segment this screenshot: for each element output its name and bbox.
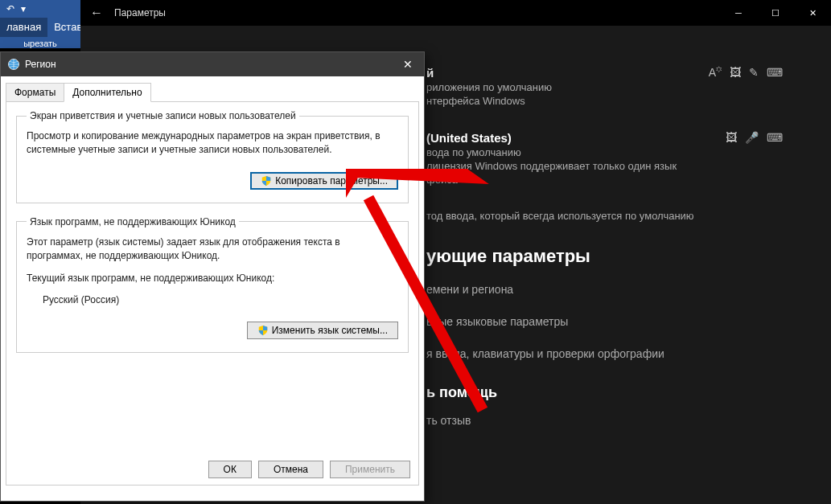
close-button[interactable]: ✕ [794, 0, 831, 26]
related-heading: ующие параметры [426, 246, 831, 267]
lang2-line3: фейса [426, 174, 677, 186]
change-system-locale-button[interactable]: Изменить язык системы... [247, 322, 398, 339]
word-qat: ↶ ▾ [0, 0, 80, 18]
globe-icon [7, 58, 20, 71]
feedback-link[interactable]: ть отзыв [426, 414, 831, 427]
speech-icon: 🖾 [726, 131, 737, 144]
non-unicode-legend: Язык программ, не поддерживающих Юникод [27, 216, 239, 227]
copy-settings-button[interactable]: Копировать параметры... [250, 172, 398, 190]
handwriting-icon: ✎ [749, 66, 759, 80]
lang1-line1: риложения по умолчанию [426, 81, 552, 93]
region-dialog: Регион ✕ Форматы Дополнительно Экран при… [0, 51, 425, 502]
tab-formats[interactable]: Форматы [6, 83, 64, 102]
welcome-screen-text: Просмотр и копирование международных пар… [27, 129, 398, 158]
text-to-speech-icon: A꙳ [709, 66, 722, 80]
keyboard-icon: ⌨ [767, 131, 783, 144]
uac-shield-icon [261, 175, 272, 186]
region-close-button[interactable]: ✕ [398, 56, 418, 72]
non-unicode-group: Язык программ, не поддерживающих Юникод … [16, 216, 409, 354]
ok-button[interactable]: ОК [208, 461, 252, 478]
welcome-screen-legend: Экран приветствия и учетные записи новых… [27, 110, 299, 121]
related-link-admin-lang[interactable]: вные языковые параметры [426, 315, 831, 328]
settings-titlebar: ← Параметры ─ ☐ ✕ [80, 0, 831, 26]
word-tab-home[interactable]: лавная [0, 18, 47, 37]
speech-icon: 🖾 [730, 66, 741, 80]
word-group-clipboard: ырезать [0, 37, 80, 50]
lang1-line2: нтерфейса Windows [426, 95, 552, 107]
related-link-datetime[interactable]: емени и региона [426, 283, 831, 296]
region-titlebar: Регион ✕ [1, 52, 424, 76]
change-system-locale-label: Изменить язык системы... [272, 325, 388, 336]
lang2-line2: лицензия Windows поддерживает только оди… [426, 160, 677, 172]
region-title-text: Регион [25, 59, 56, 70]
cancel-button[interactable]: Отмена [258, 461, 323, 478]
current-lang-value: Русский (Россия) [27, 293, 398, 307]
current-lang-label: Текущий язык программ, не поддерживающих… [27, 272, 398, 285]
minimize-button[interactable]: ─ [720, 0, 757, 26]
help-heading: ь помощь [426, 384, 831, 401]
language-item-1[interactable]: й риложения по умолчанию нтерфейса Windo… [426, 66, 831, 107]
keyboard-icon: ⌨ [767, 66, 783, 80]
uac-shield-icon [257, 325, 269, 336]
back-icon[interactable]: ← [90, 6, 103, 20]
language-item-2[interactable]: (United States) вода по умолчанию лиценз… [426, 131, 831, 186]
welcome-screen-group: Экран приветствия и учетные записи новых… [16, 110, 409, 203]
qat-dropdown-icon[interactable]: ▾ [21, 3, 26, 14]
copy-settings-label: Копировать параметры... [275, 175, 388, 186]
undo-icon[interactable]: ↶ [6, 3, 14, 14]
mic-icon: 🎤 [745, 131, 759, 144]
related-link-input-spell[interactable]: я ввода, клавиатуры и проверки орфографи… [426, 347, 831, 360]
tab-advanced[interactable]: Дополнительно [64, 83, 150, 102]
word-ribbon-fragment: ↶ ▾ лавная Встав ырезать [0, 0, 80, 48]
maximize-button[interactable]: ☐ [757, 0, 794, 26]
settings-title: Параметры [114, 7, 166, 18]
apply-button[interactable]: Применить [330, 461, 410, 478]
non-unicode-text: Этот параметр (язык системы) задает язык… [27, 236, 398, 264]
default-input-note: тод ввода, который всегда используется п… [426, 210, 831, 222]
lang2-name: (United States) [426, 131, 677, 145]
lang2-line1: вода по умолчанию [426, 146, 677, 158]
lang1-name: й [426, 66, 552, 80]
